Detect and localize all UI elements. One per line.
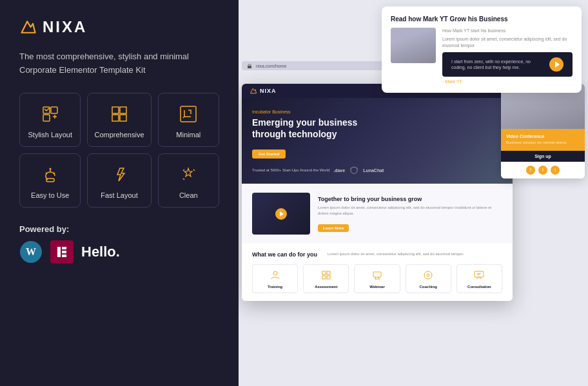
feature-grid: Stylish Layout Comprehensive xyxy=(19,93,219,207)
stylish-layout-icon xyxy=(41,105,59,126)
svg-marker-0 xyxy=(22,21,35,33)
training-label: Training xyxy=(255,285,295,289)
main-website-preview: NIXA Home About Service Study Case Conta… xyxy=(242,84,513,301)
svg-rect-7 xyxy=(120,115,126,121)
service-coaching: Coaching xyxy=(406,264,451,293)
author-name: - Mark YT xyxy=(442,79,573,84)
top-case-study-card: Read how Mark YT Grow his Business How M… xyxy=(382,6,582,93)
wordpress-logo: W xyxy=(19,240,43,264)
services-description: Lorem ipsum dolor sit amet, consectetur … xyxy=(328,251,464,258)
minimal-icon xyxy=(179,105,197,126)
top-card-subtitle: How Mark YT start his business xyxy=(442,28,573,34)
powered-label: Powered by: xyxy=(19,224,219,234)
cta-quote: I start from zero, with no experience, n… xyxy=(451,59,544,70)
svg-rect-21 xyxy=(62,255,66,257)
right-panel: Read how Mark YT Grow his Business How M… xyxy=(239,0,588,386)
service-training: Training xyxy=(252,264,298,293)
about-play-button[interactable] xyxy=(275,208,287,220)
svg-rect-12 xyxy=(181,106,196,122)
about-video-thumbnail xyxy=(252,193,310,235)
feature-label-comprehensive: Comprehensive xyxy=(94,131,144,139)
feature-card-minimal: Minimal xyxy=(158,93,219,147)
feature-label-fast: Fast Layout xyxy=(101,191,137,199)
preview-logo-icon xyxy=(250,87,257,95)
hero-stats: Trusted at 5000+ Start-Ups Around the Wo… xyxy=(252,166,502,175)
svg-rect-13 xyxy=(46,179,54,182)
svg-rect-3 xyxy=(43,115,50,121)
tagline: The most comprehensive, stylish and mini… xyxy=(19,50,219,77)
lunachat-logo: LunaChat xyxy=(363,168,384,173)
elementor-logo xyxy=(50,240,74,264)
top-card-content: How Mark YT start his business Lorem ips… xyxy=(391,28,573,84)
side-card-label: Video Conference xyxy=(506,134,580,139)
webinar-label: Webinar xyxy=(357,285,397,289)
svg-rect-6 xyxy=(112,115,119,121)
coaching-icon xyxy=(409,270,448,282)
play-button[interactable] xyxy=(549,57,564,72)
preview-services: What we can do for you Lorem ipsum dolor… xyxy=(242,244,513,301)
svg-point-32 xyxy=(424,271,432,279)
feature-card-stylish-layout: Stylish Layout xyxy=(19,93,81,147)
nixa-logo-icon xyxy=(19,18,37,36)
about-cta-button[interactable]: Learn More xyxy=(318,224,349,232)
fast-icon xyxy=(110,166,128,186)
hero-cta-button[interactable]: Get Started xyxy=(252,150,286,159)
logo-text: NIXA xyxy=(43,18,87,36)
svg-rect-18 xyxy=(57,247,61,257)
side-card-text: Business solution for remote teams xyxy=(506,140,580,146)
left-panel: NIXA The most comprehensive, stylish and… xyxy=(0,0,239,386)
svg-rect-30 xyxy=(327,276,330,279)
powered-logos: W Hello. xyxy=(19,240,219,264)
assessment-icon xyxy=(306,270,346,282)
svg-rect-29 xyxy=(322,276,326,279)
feature-label-clean: Clean xyxy=(179,191,198,199)
hero-stats-text: Trusted at 5000+ Start-Ups Around the Wo… xyxy=(252,168,329,173)
svg-rect-2 xyxy=(51,107,57,113)
person-image xyxy=(391,28,436,63)
hello-text: Hello. xyxy=(81,244,120,260)
comprehensive-icon xyxy=(110,105,128,126)
easy-icon xyxy=(41,166,59,186)
top-card-title: Read how Mark YT Grow his Business xyxy=(391,15,573,23)
side-card-signup-button[interactable]: Sign up xyxy=(501,151,585,162)
assessment-label: Assessment xyxy=(306,285,346,289)
lock-icon xyxy=(247,63,252,68)
feature-card-fast: Fast Layout xyxy=(87,153,151,207)
twitter-icon[interactable]: t xyxy=(538,166,547,175)
logo-area: NIXA xyxy=(19,18,219,36)
facebook-icon[interactable]: f xyxy=(526,166,535,175)
webinar-icon xyxy=(357,270,397,282)
url-text: nixa.com/home xyxy=(256,64,286,68)
svg-point-33 xyxy=(427,274,429,276)
about-content: Together to bring your business grow Lor… xyxy=(318,196,502,232)
dave-logo: .dave xyxy=(333,168,345,173)
services-top: What we can do for you Lorem ipsum dolor… xyxy=(252,251,502,258)
shield-icon xyxy=(350,166,358,174)
services-grid: Training Assessment xyxy=(252,264,502,293)
side-card-body: Video Conference Business solution for r… xyxy=(501,129,585,151)
svg-marker-23 xyxy=(251,88,257,93)
services-title: What we can do for you xyxy=(252,251,317,258)
feature-label-easy: Easy to Use xyxy=(31,191,69,199)
svg-rect-34 xyxy=(475,271,484,277)
hero-title: Emerging your business through technolog… xyxy=(252,117,381,140)
service-consultation: Consultation xyxy=(456,264,502,293)
top-card-image xyxy=(391,28,436,63)
feature-card-comprehensive: Comprehensive xyxy=(87,93,151,147)
side-card-footer: f t i xyxy=(501,162,585,179)
consultation-label: Consultation xyxy=(460,285,499,289)
preview-logo-text: NIXA xyxy=(260,88,277,94)
svg-point-14 xyxy=(49,168,51,169)
svg-rect-19 xyxy=(62,247,66,249)
svg-rect-31 xyxy=(373,272,381,277)
hero-stat-logos: .dave LunaChat xyxy=(333,166,384,175)
feature-label-stylish: Stylish Layout xyxy=(28,131,72,139)
svg-text:W: W xyxy=(26,246,36,257)
svg-point-26 xyxy=(273,271,277,275)
instagram-icon[interactable]: i xyxy=(551,166,560,175)
training-icon xyxy=(255,270,295,282)
top-card-body: Lorem ipsum dolor sit amet, consectetur … xyxy=(442,36,573,49)
antispam-logo xyxy=(350,166,358,175)
about-text: Lorem ipsum dolor sit amet, consectetur … xyxy=(318,205,502,217)
service-assessment: Assessment xyxy=(303,264,349,293)
